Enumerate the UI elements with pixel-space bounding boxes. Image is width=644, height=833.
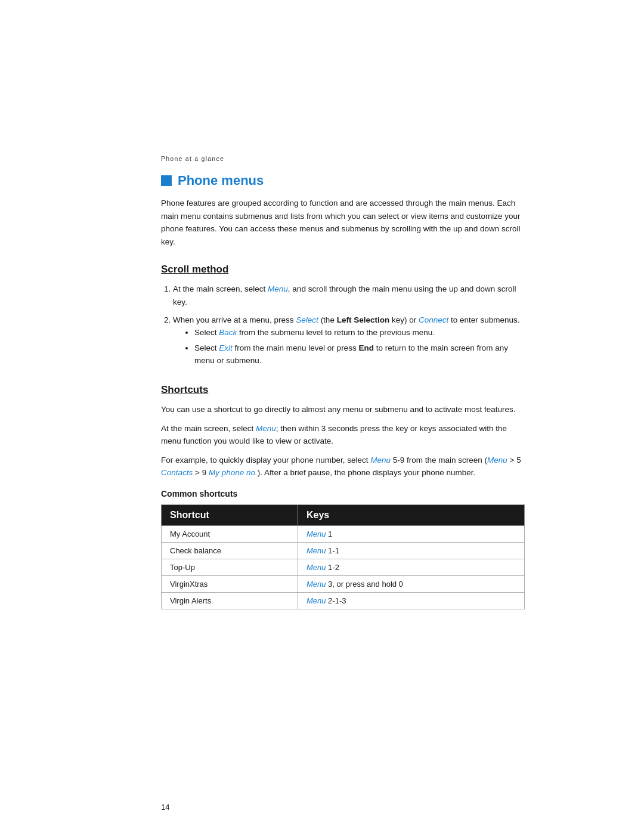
bullet-back: Select Back from the submenu level to re…: [194, 326, 525, 339]
scroll-step-1: At the main screen, select Menu, and scr…: [173, 283, 525, 308]
left-selection-bold: Left Selection: [337, 315, 390, 324]
table-row: My Account Menu 1: [162, 525, 525, 542]
menu-link-4: Menu: [487, 456, 507, 465]
table-row: Check balance Menu 1-1: [162, 542, 525, 559]
shortcut-cell: Virgin Alerts: [162, 592, 298, 609]
shortcuts-table: Shortcut Keys My Account Menu 1 Check ba…: [161, 504, 525, 609]
shortcut-cell: My Account: [162, 525, 298, 542]
contacts-link: Contacts: [161, 468, 193, 477]
exit-link: Exit: [219, 343, 233, 352]
col-shortcut: Shortcut: [162, 504, 298, 525]
scroll-step-2: When you arrive at a menu, press Select …: [173, 314, 525, 367]
submenu-bullets: Select Back from the submenu level to re…: [194, 326, 525, 367]
page-container: Phone at a glance Phone menus Phone feat…: [0, 0, 644, 833]
table-row: Virgin Alerts Menu 2-1-3: [162, 592, 525, 609]
section-header: Phone menus: [161, 173, 525, 188]
shortcuts-para-1: You can use a shortcut to go directly to…: [161, 403, 525, 416]
scroll-method-list: At the main screen, select Menu, and scr…: [173, 283, 525, 367]
shortcuts-title: Shortcuts: [161, 384, 525, 396]
scroll-method-title: Scroll method: [161, 264, 525, 275]
menu-link-2: Menu: [256, 424, 276, 433]
shortcuts-section: Shortcuts You can use a shortcut to go d…: [161, 384, 525, 609]
shortcut-cell: Top-Up: [162, 559, 298, 575]
page-title: Phone menus: [178, 173, 264, 188]
myphone-link: My phone no.: [209, 468, 258, 477]
keys-link: Menu: [306, 563, 326, 572]
select-link: Select: [296, 315, 318, 324]
content-area: Phone at a glance Phone menus Phone feat…: [161, 0, 525, 675]
common-shortcuts-title: Common shortcuts: [161, 489, 525, 498]
keys-cell: Menu 3, or press and hold 0: [298, 575, 524, 592]
shortcut-cell: VirginXtras: [162, 575, 298, 592]
table-header-row: Shortcut Keys: [162, 504, 525, 525]
keys-cell: Menu 2-1-3: [298, 592, 524, 609]
keys-link: Menu: [306, 596, 326, 605]
table-body: My Account Menu 1 Check balance Menu 1-1…: [162, 525, 525, 609]
bullet-exit: Select Exit from the main menu level or …: [194, 342, 525, 367]
keys-cell: Menu 1-2: [298, 559, 524, 575]
menu-link-3: Menu: [370, 456, 391, 465]
keys-cell: Menu 1: [298, 525, 524, 542]
connect-link: Connect: [419, 315, 448, 324]
menu-link-1: Menu: [268, 284, 288, 293]
end-bold: End: [358, 343, 374, 352]
section-label: Phone at a glance: [161, 155, 525, 162]
shortcuts-para-3: For example, to quickly display your pho…: [161, 454, 525, 479]
keys-link: Menu: [306, 580, 326, 589]
table-row: Top-Up Menu 1-2: [162, 559, 525, 575]
keys-link: Menu: [306, 529, 326, 538]
intro-paragraph: Phone features are grouped according to …: [161, 197, 525, 248]
table-row: VirginXtras Menu 3, or press and hold 0: [162, 575, 525, 592]
col-keys: Keys: [298, 504, 524, 525]
shortcuts-para-2: At the main screen, select Menu; then wi…: [161, 422, 525, 448]
back-link: Back: [219, 328, 237, 337]
shortcut-cell: Check balance: [162, 542, 298, 559]
page-number: 14: [161, 803, 169, 812]
keys-link: Menu: [306, 546, 326, 555]
blue-square-icon: [161, 175, 172, 186]
keys-cell: Menu 1-1: [298, 542, 524, 559]
